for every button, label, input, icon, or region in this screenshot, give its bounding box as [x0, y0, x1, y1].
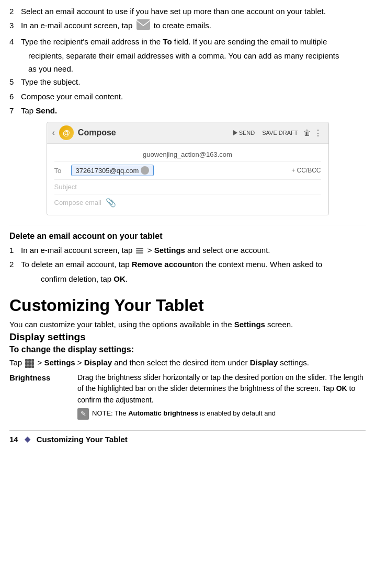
brightness-description: Drag the brightness slider horizontally … [77, 372, 366, 420]
customizing-intro-before: You can customize your tablet, using the… [9, 320, 234, 329]
subject-row: Subject [54, 180, 321, 194]
step-num-3: 3 [9, 19, 19, 33]
step-7-content: Tap Send. [21, 105, 366, 117]
section-divider-1 [9, 225, 366, 225]
to-change-heading: To change the display settings: [9, 345, 366, 354]
note-before: NOTE: The [92, 409, 128, 417]
delete-step-2-after: on the context menu. When asked to [195, 260, 322, 269]
note-bold: Automatic brightness [128, 409, 198, 417]
delete-step-1-content: In an e-mail account screen, tap > Setti… [21, 244, 366, 256]
compose-email-row: Compose email 📎 [54, 194, 321, 211]
grid-app-icon [25, 359, 34, 368]
tap-settings-suffix: settings. [280, 358, 309, 367]
brightness-label: Brightness [9, 372, 77, 420]
step-6: 6 Compose your email content. [9, 90, 366, 102]
email-screenshot: ‹ @ Compose SEND SAVE DRAFT 🗑 ⋮ guowenji… [47, 122, 329, 215]
delete-step-2-bold: Remove account [132, 260, 195, 269]
display-bold-1: Display [84, 358, 112, 367]
footer-page-number: 14 [9, 435, 18, 444]
settings-bold-1: Settings [44, 358, 75, 367]
tap-settings-line: Tap > Settings > Display and then select… [9, 356, 366, 368]
delete-step-2-sub: confirm deletion, tap OK. [9, 273, 366, 285]
to-value-box[interactable]: 372617305@qq.com [71, 165, 154, 176]
save-draft-label: SAVE DRAFT [262, 130, 298, 136]
customizing-intro-bold: Settings [234, 320, 265, 329]
step-7-bold: Send. [36, 106, 57, 115]
customizing-intro-after: screen. [265, 320, 293, 329]
topbar-buttons: SEND SAVE DRAFT 🗑 ⋮ [231, 128, 323, 138]
delete-step-1-bold: Settings [154, 246, 185, 255]
delete-step-2-content: To delete an email account, tap Remove a… [21, 258, 366, 270]
step-7: 7 Tap Send. [9, 105, 366, 117]
from-email-row: guowenjing_action@163.com [54, 148, 321, 162]
send-button[interactable]: SEND [231, 129, 257, 137]
step-3-content: In an e-mail account screen, tap to crea… [21, 19, 366, 33]
footer-bar: 14 ◆ Customizing Your Tablet [9, 430, 366, 444]
delete-step-2: 2 To delete an email account, tap Remove… [9, 258, 366, 270]
screenshot-topbar: ‹ @ Compose SEND SAVE DRAFT 🗑 ⋮ [47, 122, 328, 144]
step-4-bold: To [163, 37, 172, 46]
send-arrow-icon [233, 130, 237, 135]
step-num-6: 6 [9, 90, 19, 102]
delete-step-1-after: and select one account. [187, 246, 270, 255]
step-4-before: Type the recipient's email address in th… [21, 37, 163, 46]
contact-avatar-icon [141, 166, 149, 175]
step-3: 3 In an e-mail account screen, tap to cr… [9, 19, 366, 33]
delete-step-num-2: 2 [9, 258, 19, 270]
back-arrow-icon: ‹ [52, 128, 55, 137]
to-label: To [54, 167, 68, 175]
step-7-before: Tap [21, 106, 36, 115]
send-label: SEND [239, 130, 255, 136]
step-2: 2 Select an email account to use if you … [9, 5, 366, 17]
step-3-after: to create emails. [154, 21, 211, 30]
note-text: NOTE: The Automatic brightness is enable… [92, 408, 276, 419]
brightness-ok: OK [336, 384, 347, 393]
step-num-4: 4 [9, 36, 19, 48]
tap-and-then: and then select the desired item under [114, 358, 247, 367]
step-4-sub1: recipients, separate their email address… [9, 50, 366, 62]
step-num-7: 7 [9, 105, 19, 117]
compose-email-icon [137, 19, 150, 33]
step-4-content: Type the recipient's email address in th… [21, 36, 366, 48]
step-4-sub2: as you need. [9, 63, 366, 75]
more-options-icon: ⋮ [314, 128, 323, 138]
delete-step-2-sub-bold: OK [113, 274, 126, 283]
brightness-settings-row: Brightness Drag the brightness slider ho… [9, 372, 366, 420]
step-5-text: Type the subject. [21, 76, 366, 88]
display-settings-heading: Display settings [9, 331, 366, 343]
footer-title: Customizing Your Tablet [37, 435, 128, 444]
note-row: NOTE: The Automatic brightness is enable… [77, 408, 366, 420]
note-pencil-icon [77, 408, 89, 420]
delete-step-2-sub-after: . [126, 274, 128, 283]
customizing-intro: You can customize your tablet, using the… [9, 318, 366, 330]
delete-step-num-1: 1 [9, 244, 19, 256]
step-num-5: 5 [9, 76, 19, 88]
tap-label: Tap [9, 358, 22, 367]
svg-rect-0 [137, 19, 150, 30]
delete-section-heading: Delete an email account on your tablet [9, 232, 366, 241]
delete-step-2-before: To delete an email account, tap [21, 260, 132, 269]
to-value: 372617305@qq.com [76, 167, 139, 175]
step-5: 5 Type the subject. [9, 76, 366, 88]
vertical-menu-icon [136, 247, 144, 255]
step-6-text: Compose your email content. [21, 90, 366, 102]
to-field-row: To 372617305@qq.com + CC/BCC [54, 162, 321, 180]
brightness-desc-text: Drag the brightness slider horizontally … [77, 373, 363, 393]
delete-step-1: 1 In an e-mail account screen, tap > Set… [9, 244, 366, 256]
note-after: is enabled by default and [198, 409, 276, 417]
step-3-before: In an e-mail account screen, tap [21, 21, 132, 30]
compose-title-label: Compose [78, 128, 227, 137]
cc-bcc-button[interactable]: + CC/BCC [291, 167, 321, 174]
trash-icon: 🗑 [303, 129, 311, 137]
delete-step-2-sub-before: confirm deletion, tap [41, 274, 113, 283]
step-4: 4 Type the recipient's email address in … [9, 36, 366, 48]
compose-placeholder: Compose email [54, 199, 101, 206]
customizing-big-heading: Customizing Your Tablet [9, 295, 366, 315]
step-4-after: field. If you are sending the email to m… [172, 37, 327, 46]
attachment-icon: 📎 [106, 198, 116, 207]
save-draft-button[interactable]: SAVE DRAFT [260, 129, 300, 137]
email-logo-icon: @ [59, 125, 74, 140]
delete-step-1-before: In an e-mail account screen, tap [21, 246, 132, 255]
step-num-2: 2 [9, 5, 19, 17]
footer-diamond-icon: ◆ [25, 435, 30, 443]
